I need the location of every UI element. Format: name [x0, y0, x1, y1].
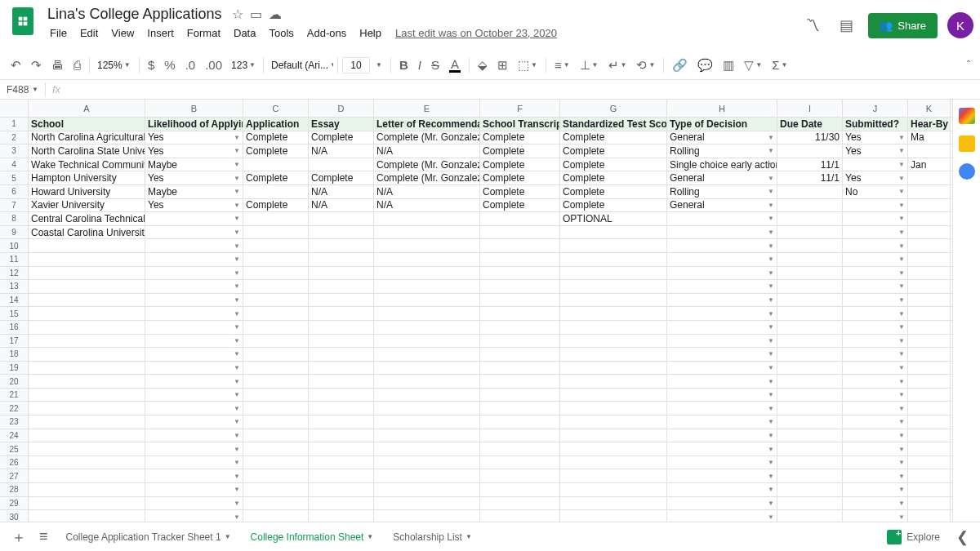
cell[interactable]: ▼ [843, 497, 908, 510]
cell[interactable] [777, 144, 843, 158]
dropdown-arrow-icon[interactable]: ▼ [768, 147, 774, 154]
cell[interactable] [908, 253, 951, 266]
cell[interactable] [560, 415, 667, 429]
cell[interactable]: ▼ [145, 497, 243, 510]
cell[interactable] [560, 335, 667, 348]
cell[interactable] [480, 510, 560, 522]
cell[interactable] [480, 442, 560, 455]
cell[interactable] [777, 280, 843, 293]
cell[interactable] [777, 239, 843, 252]
dropdown-arrow-icon[interactable]: ▼ [768, 500, 774, 507]
cell[interactable] [560, 226, 667, 239]
cell[interactable]: General▼ [667, 131, 777, 144]
cell[interactable]: Maybe▼ [145, 158, 243, 171]
cell[interactable]: Complete [560, 171, 667, 184]
cell[interactable] [908, 469, 951, 482]
cell[interactable]: Yes▼ [145, 144, 243, 158]
cell[interactable] [374, 402, 480, 415]
cell[interactable] [243, 226, 309, 239]
keep-icon[interactable] [959, 136, 975, 152]
functions-icon[interactable]: Σ▼ [768, 55, 791, 75]
cell[interactable]: Howard University [29, 185, 145, 198]
cell[interactable] [374, 335, 480, 348]
cell[interactable] [309, 280, 374, 293]
cell[interactable] [29, 239, 145, 252]
menu-format[interactable]: Format [181, 24, 226, 42]
dropdown-arrow-icon[interactable]: ▼ [768, 459, 774, 466]
dropdown-arrow-icon[interactable]: ▼ [234, 473, 240, 480]
dropdown-arrow-icon[interactable]: ▼ [898, 391, 905, 398]
cell[interactable] [777, 348, 843, 361]
dropdown-arrow-icon[interactable]: ▼ [898, 364, 905, 371]
cell[interactable]: ▼ [667, 483, 777, 496]
cell[interactable] [29, 375, 145, 388]
cell[interactable] [908, 280, 951, 293]
cell[interactable] [309, 429, 374, 442]
cell[interactable]: N/A [374, 144, 480, 158]
cell[interactable] [374, 510, 480, 522]
dropdown-arrow-icon[interactable]: ▼ [234, 391, 240, 398]
link-icon[interactable]: 🔗 [668, 55, 692, 76]
cell[interactable]: ▼ [145, 375, 243, 388]
row-header[interactable]: 22 [0, 402, 29, 415]
cell[interactable]: ▼ [843, 348, 908, 361]
cell[interactable] [374, 212, 480, 225]
cell[interactable]: Rolling▼ [667, 185, 777, 198]
cell[interactable] [29, 510, 145, 522]
cell[interactable]: North Carolina Agricultural and [29, 131, 145, 144]
dropdown-arrow-icon[interactable]: ▼ [898, 229, 905, 236]
dropdown-arrow-icon[interactable]: ▼ [898, 350, 905, 358]
cell[interactable] [480, 389, 560, 402]
dropdown-arrow-icon[interactable]: ▼ [234, 310, 240, 318]
col-header-I[interactable]: I [777, 100, 843, 117]
move-icon[interactable]: ▭ [250, 7, 262, 22]
cell[interactable]: Complete [243, 131, 309, 144]
cell[interactable] [309, 442, 374, 455]
calendar-icon[interactable] [959, 108, 975, 124]
cell[interactable] [777, 497, 843, 510]
cell[interactable]: ▼ [145, 429, 243, 442]
cell[interactable]: ▼ [843, 483, 908, 496]
cell[interactable] [29, 402, 145, 415]
select-all-corner[interactable] [0, 100, 29, 117]
cell[interactable] [374, 267, 480, 280]
dropdown-arrow-icon[interactable]: ▼ [898, 378, 905, 385]
cell[interactable] [777, 253, 843, 266]
merge-icon[interactable]: ⬚▼ [514, 55, 541, 76]
row-header[interactable]: 28 [0, 483, 29, 496]
cell[interactable] [243, 294, 309, 307]
cell[interactable] [374, 362, 480, 375]
cell[interactable] [374, 280, 480, 293]
dropdown-arrow-icon[interactable]: ▼ [898, 296, 905, 304]
cell[interactable] [29, 389, 145, 402]
cloud-icon[interactable]: ☁ [269, 7, 282, 22]
cell[interactable] [243, 456, 309, 469]
cell[interactable]: ▼ [667, 335, 777, 348]
dropdown-arrow-icon[interactable]: ▼ [768, 486, 774, 493]
cell[interactable] [374, 294, 480, 307]
cell[interactable]: ▼ [843, 469, 908, 482]
rotate-icon[interactable]: ⟲▼ [632, 55, 659, 76]
dropdown-arrow-icon[interactable]: ▼ [898, 202, 905, 209]
row-header[interactable]: 11 [0, 253, 29, 266]
cell[interactable] [374, 497, 480, 510]
cell[interactable]: Single choice early action▼ [667, 158, 777, 171]
row-header[interactable]: 21 [0, 389, 29, 402]
cell[interactable] [480, 348, 560, 361]
dropdown-arrow-icon[interactable]: ▼ [234, 296, 240, 304]
cell[interactable] [560, 442, 667, 455]
cell[interactable] [908, 415, 951, 429]
cell[interactable]: ▼ [843, 212, 908, 225]
cell[interactable] [309, 253, 374, 266]
cell[interactable]: Jan [908, 158, 951, 171]
cell[interactable] [560, 389, 667, 402]
cell[interactable] [309, 456, 374, 469]
cell[interactable]: ▼ [843, 226, 908, 239]
cell[interactable] [29, 307, 145, 320]
cell[interactable]: ▼ [843, 239, 908, 252]
cell[interactable]: Complete [243, 144, 309, 158]
dropdown-arrow-icon[interactable]: ▼ [768, 513, 774, 521]
redo-icon[interactable]: ↷ [27, 55, 46, 76]
cell[interactable] [560, 239, 667, 252]
cell[interactable]: ▼ [145, 362, 243, 375]
